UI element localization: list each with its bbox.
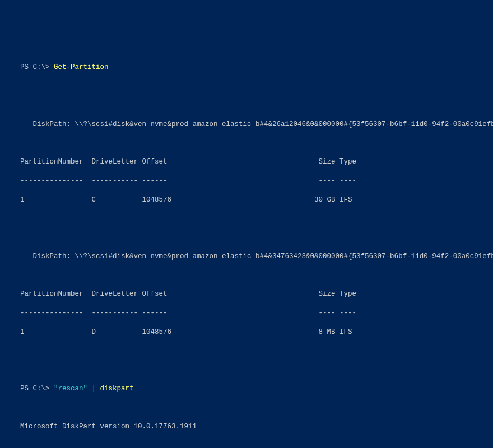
table-row: 1 C 1048576 30 GB IFS [20, 195, 473, 205]
diskpath-line: DiskPath: \\?\scsi#disk&ven_nvme&prod_am… [20, 252, 473, 262]
command-line: PS C:\> Get-Partition [20, 63, 473, 72]
table-divider: --------------- ----------- ------ ---- … [20, 176, 473, 186]
diskpath-line: DiskPath: \\?\scsi#disk&ven_nvme&prod_am… [20, 120, 473, 129]
command-line: PS C:\> "rescan" | diskpart [20, 384, 473, 394]
cmdlet: Get-Partition [54, 63, 109, 71]
prompt: PS C:\> [20, 385, 54, 393]
table-header: PartitionNumber DriveLetter Offset Size … [20, 157, 473, 167]
output-text: Microsoft DiskPart version 10.0.17763.19… [20, 422, 473, 432]
table-header: PartitionNumber DriveLetter Offset Size … [20, 290, 473, 299]
pipe-operator: | [87, 385, 100, 393]
table-divider: --------------- ----------- ------ ---- … [20, 309, 473, 318]
string-literal: "rescan" [54, 385, 87, 393]
prompt: PS C:\> [20, 63, 54, 71]
cmdlet: diskpart [100, 385, 134, 393]
table-row: 1 D 1048576 8 MB IFS [20, 328, 473, 337]
terminal-output: PS C:\> Get-Partition DiskPath: \\?\scsi… [20, 54, 473, 449]
